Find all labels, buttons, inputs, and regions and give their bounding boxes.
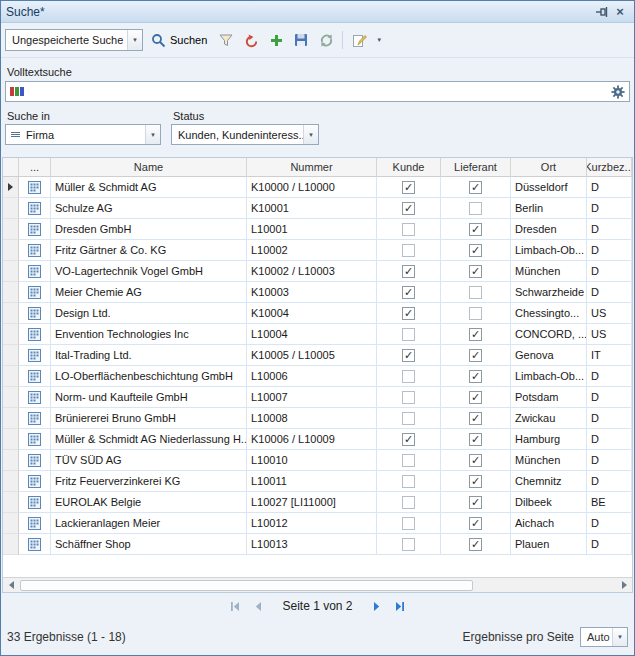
kunde-checkbox[interactable] — [402, 244, 415, 257]
pin-button[interactable] — [593, 4, 611, 20]
lieferant-checkbox[interactable]: ✓ — [469, 370, 482, 383]
kunde-checkbox[interactable] — [402, 223, 415, 236]
lieferant-checkbox[interactable] — [469, 286, 482, 299]
table-row[interactable]: Fritz Gärtner & Co. KGL10002✓Limbach-Ob.… — [3, 240, 632, 261]
close-button[interactable]: × — [611, 4, 629, 20]
lieferant-checkbox[interactable] — [469, 202, 482, 215]
lieferant-checkbox[interactable]: ✓ — [469, 433, 482, 446]
table-row[interactable]: Lackieranlagen MeierL10012✓AichachD — [3, 513, 632, 534]
kunde-checkbox[interactable] — [402, 391, 415, 404]
header-nummer[interactable]: Nummer — [247, 158, 377, 177]
lieferant-checkbox[interactable]: ✓ — [469, 328, 482, 341]
kunde-checkbox[interactable]: ✓ — [402, 349, 415, 362]
kunde-checkbox[interactable]: ✓ — [402, 286, 415, 299]
header-name[interactable]: Name — [51, 158, 247, 177]
table-row[interactable]: Norm- und Kaufteile GmbHL10007✓PotsdamD — [3, 387, 632, 408]
edit-button[interactable] — [348, 28, 370, 52]
status-dropdown-button[interactable]: ▼ — [303, 125, 318, 144]
table-row[interactable]: Design Ltd.K10004✓Chessingto...US — [3, 303, 632, 324]
first-page-button[interactable] — [230, 601, 241, 612]
lieferant-checkbox[interactable]: ✓ — [469, 475, 482, 488]
header-kurzbez[interactable]: Kurzbez... — [587, 158, 632, 177]
row-selector[interactable] — [3, 450, 19, 471]
row-selector[interactable] — [3, 282, 19, 303]
row-selector[interactable] — [3, 366, 19, 387]
prev-page-button[interactable] — [253, 601, 264, 612]
table-row[interactable]: Brüniererei Bruno GmbHL10008✓ZwickauD — [3, 408, 632, 429]
row-selector[interactable] — [3, 261, 19, 282]
settings-gear-icon[interactable] — [611, 85, 625, 99]
row-selector[interactable] — [3, 198, 19, 219]
refresh-button[interactable] — [315, 28, 337, 52]
saved-search-select[interactable]: Ungespeicherte Suche ▼ — [5, 29, 143, 51]
kunde-checkbox[interactable]: ✓ — [402, 202, 415, 215]
undo-button[interactable] — [240, 28, 262, 52]
row-selector[interactable] — [3, 324, 19, 345]
kunde-checkbox[interactable] — [402, 517, 415, 530]
table-row[interactable]: Fritz Feuerverzinkerei KGL10011✓Chemnitz… — [3, 471, 632, 492]
lieferant-checkbox[interactable]: ✓ — [469, 412, 482, 425]
header-icon-column[interactable]: ... — [19, 158, 51, 177]
kunde-checkbox[interactable] — [402, 496, 415, 509]
row-selector[interactable] — [3, 534, 19, 555]
row-selector[interactable] — [3, 177, 19, 198]
lieferant-checkbox[interactable]: ✓ — [469, 517, 482, 530]
lieferant-checkbox[interactable]: ✓ — [469, 454, 482, 467]
saved-search-dropdown-button[interactable]: ▼ — [127, 30, 142, 50]
row-selector[interactable] — [3, 303, 19, 324]
row-selector[interactable] — [3, 513, 19, 534]
kunde-checkbox[interactable] — [402, 412, 415, 425]
fulltext-input[interactable] — [28, 82, 607, 101]
kunde-checkbox[interactable]: ✓ — [402, 307, 415, 320]
kunde-checkbox[interactable] — [402, 475, 415, 488]
kunde-checkbox[interactable] — [402, 454, 415, 467]
kunde-checkbox[interactable] — [402, 328, 415, 341]
last-page-button[interactable] — [394, 601, 405, 612]
horizontal-scrollbar[interactable] — [3, 577, 632, 592]
table-row[interactable]: Dresden GmbHL10001✓DresdenD — [3, 219, 632, 240]
kunde-checkbox[interactable] — [402, 370, 415, 383]
suche-in-select[interactable]: Firma ▼ — [5, 124, 161, 145]
row-selector[interactable] — [3, 408, 19, 429]
suche-in-dropdown-button[interactable]: ▼ — [145, 125, 160, 144]
row-selector[interactable] — [3, 429, 19, 450]
row-selector[interactable] — [3, 387, 19, 408]
header-kunde[interactable]: Kunde — [377, 158, 441, 177]
scroll-left-button[interactable] — [3, 578, 19, 592]
table-row[interactable]: Müller & Schmidt AGK10000 / L10000✓✓Düss… — [3, 177, 632, 198]
row-selector[interactable] — [3, 492, 19, 513]
table-row[interactable]: LO-Oberflächenbeschichtung GmbHL10006✓Li… — [3, 366, 632, 387]
table-row[interactable]: Envention Technologies IncL10004✓CONCORD… — [3, 324, 632, 345]
row-selector[interactable] — [3, 240, 19, 261]
scrollbar-thumb[interactable] — [20, 580, 473, 591]
table-row[interactable]: Ital-Trading Ltd.K10005 / L10005✓✓Genova… — [3, 345, 632, 366]
table-row[interactable]: Schulze AGK10001✓BerlinD — [3, 198, 632, 219]
scroll-right-button[interactable] — [616, 578, 632, 592]
row-selector[interactable] — [3, 219, 19, 240]
lieferant-checkbox[interactable]: ✓ — [469, 391, 482, 404]
edit-dropdown-button[interactable]: ▼ — [373, 28, 385, 52]
row-selector[interactable] — [3, 471, 19, 492]
table-row[interactable]: EUROLAK BelgieL10027 [LI11000]✓DilbeekBE — [3, 492, 632, 513]
kunde-checkbox[interactable]: ✓ — [402, 265, 415, 278]
lieferant-checkbox[interactable] — [469, 307, 482, 320]
kunde-checkbox[interactable]: ✓ — [402, 181, 415, 194]
next-page-button[interactable] — [371, 601, 382, 612]
per-page-dropdown-button[interactable]: ▼ — [612, 628, 627, 646]
table-row[interactable]: TÜV SÜD AGL10010✓MünchenD — [3, 450, 632, 471]
table-row[interactable]: Meier Chemie AGK10003✓SchwarzheideD — [3, 282, 632, 303]
header-lieferant[interactable]: Lieferant — [441, 158, 511, 177]
lieferant-checkbox[interactable]: ✓ — [469, 265, 482, 278]
lieferant-checkbox[interactable]: ✓ — [469, 244, 482, 257]
header-ort[interactable]: Ort — [511, 158, 587, 177]
lieferant-checkbox[interactable]: ✓ — [469, 538, 482, 551]
filter-button[interactable] — [215, 28, 237, 52]
table-row[interactable]: Müller & Schmidt AG Niederlassung H...K1… — [3, 429, 632, 450]
table-row[interactable]: VO-Lagertechnik Vogel GmbHK10002 / L1000… — [3, 261, 632, 282]
lieferant-checkbox[interactable]: ✓ — [469, 349, 482, 362]
per-page-select[interactable]: Auto ▼ — [580, 627, 628, 647]
row-selector[interactable] — [3, 345, 19, 366]
add-button[interactable] — [265, 28, 287, 52]
lieferant-checkbox[interactable]: ✓ — [469, 223, 482, 236]
lieferant-checkbox[interactable]: ✓ — [469, 181, 482, 194]
